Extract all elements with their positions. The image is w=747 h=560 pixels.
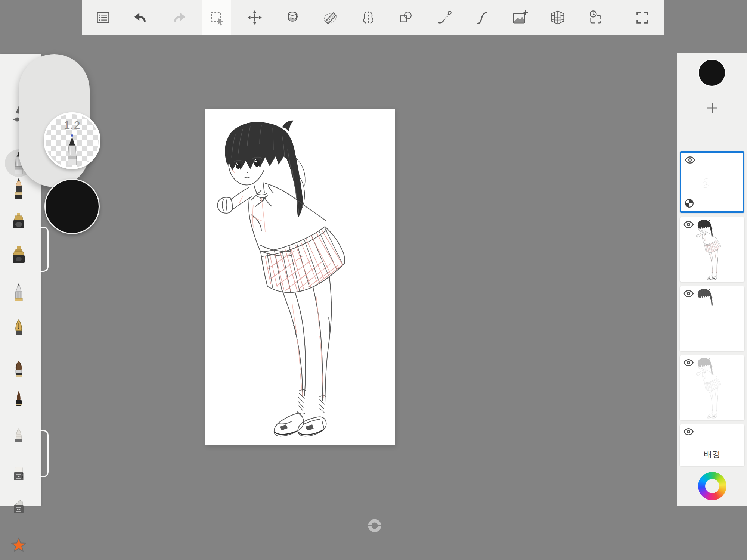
fullscreen-icon	[634, 9, 651, 26]
brush-size-puck[interactable]: 1.2	[44, 112, 100, 169]
brush-airbrush[interactable]	[10, 245, 27, 270]
import-image-icon	[511, 9, 528, 26]
current-color-swatch[interactable]	[698, 59, 726, 87]
star-icon	[10, 533, 27, 558]
brush-ink-brush[interactable]	[10, 390, 27, 416]
fullscreen-button[interactable]	[628, 0, 657, 35]
predictive-stroke-icon	[436, 9, 453, 26]
symmetry-icon	[360, 9, 377, 26]
undo-button[interactable]	[126, 0, 155, 35]
ruler-tool-button[interactable]	[316, 0, 345, 35]
airbrush-icon	[10, 245, 27, 270]
brush-color-puck: 1.2	[19, 54, 90, 187]
perspective-guides-button[interactable]	[543, 0, 572, 35]
symmetry-tool-button[interactable]	[354, 0, 383, 35]
favorites-star-button[interactable]	[10, 533, 27, 558]
redo-icon	[170, 9, 187, 26]
color-swatch-row	[677, 53, 747, 92]
layer-visibility-icon[interactable]	[683, 428, 694, 436]
add-layer-button[interactable]	[677, 92, 747, 124]
toolbar-separator	[619, 0, 619, 35]
sketchbook-app: { "app": {"background_color": "#838383",…	[0, 0, 747, 560]
shapes-icon	[397, 9, 415, 26]
brush-preview-icon	[64, 133, 80, 166]
ruler-icon	[322, 9, 339, 26]
background-layer-label: 배경	[680, 449, 744, 460]
canvas-sketch	[205, 109, 395, 445]
layers-spacer	[677, 124, 747, 151]
time-lapse-icon	[587, 9, 604, 26]
pencil-icon	[10, 177, 27, 202]
predictive-stroke-button[interactable]	[430, 0, 459, 35]
fountain-pen-icon	[10, 318, 27, 343]
time-lapse-button[interactable]	[581, 0, 610, 35]
shapes-tool-button[interactable]	[391, 0, 421, 35]
brush-ink-pen[interactable]	[10, 211, 27, 236]
brush-eraser[interactable]	[10, 465, 27, 490]
sidebar-slide-handle-bottom[interactable]	[40, 430, 49, 477]
drawing-canvas[interactable]	[205, 109, 395, 445]
brush-size-value: 1.2	[46, 119, 99, 131]
plus-icon	[706, 102, 719, 114]
brush-pencil[interactable]	[10, 177, 27, 202]
brush-round-brush[interactable]	[10, 360, 27, 385]
sidebar-slide-handle-top[interactable]	[40, 227, 49, 272]
import-image-button[interactable]	[505, 0, 534, 35]
layer-card-4[interactable]	[680, 355, 744, 420]
background-layer-card[interactable]: 배경	[680, 424, 744, 466]
brush-ballpoint-pen[interactable]	[10, 282, 27, 307]
brush-angled-eraser[interactable]	[10, 497, 27, 523]
paint-bucket-icon	[284, 9, 301, 26]
menu-button[interactable]	[89, 0, 118, 35]
round-brush-icon	[10, 360, 27, 385]
layer-list: 배경	[677, 151, 747, 466]
ink-brush-icon	[10, 390, 27, 416]
transparency-lock-icon[interactable]	[685, 199, 694, 208]
double-tap-indicator-icon[interactable]	[367, 518, 382, 533]
layer-visibility-icon[interactable]	[683, 221, 694, 228]
layer-visibility-icon[interactable]	[683, 359, 694, 367]
transform-icon	[246, 9, 263, 26]
menu-icon	[94, 9, 112, 26]
brush-fountain-pen[interactable]	[10, 318, 27, 343]
layers-panel: 배경	[677, 53, 747, 506]
transform-tool-button[interactable]	[240, 0, 269, 35]
selection-tool-button[interactable]	[202, 0, 231, 35]
color-wheel[interactable]	[698, 472, 726, 500]
eraser-icon	[10, 465, 27, 490]
angled-eraser-icon	[10, 497, 27, 523]
layer-visibility-icon[interactable]	[683, 290, 694, 298]
layer-card-3[interactable]	[680, 286, 744, 351]
layer-card-1[interactable]	[680, 151, 744, 213]
blender-icon	[10, 427, 27, 452]
selection-icon	[208, 9, 225, 26]
ink-pen-icon	[10, 211, 27, 236]
ballpoint-pen-icon	[10, 282, 27, 307]
redo-button[interactable]	[164, 0, 193, 35]
layer-card-2[interactable]	[680, 217, 744, 282]
steady-stroke-button[interactable]	[467, 0, 496, 35]
color-wheel-row	[677, 466, 747, 506]
brush-blender[interactable]	[10, 427, 27, 452]
layer-visibility-icon[interactable]	[685, 156, 695, 164]
fill-tool-button[interactable]	[278, 0, 307, 35]
undo-icon	[132, 9, 149, 26]
steady-stroke-icon	[473, 9, 490, 26]
perspective-icon	[549, 9, 566, 26]
current-color-puck[interactable]	[44, 179, 100, 234]
top-toolbar	[82, 0, 664, 35]
